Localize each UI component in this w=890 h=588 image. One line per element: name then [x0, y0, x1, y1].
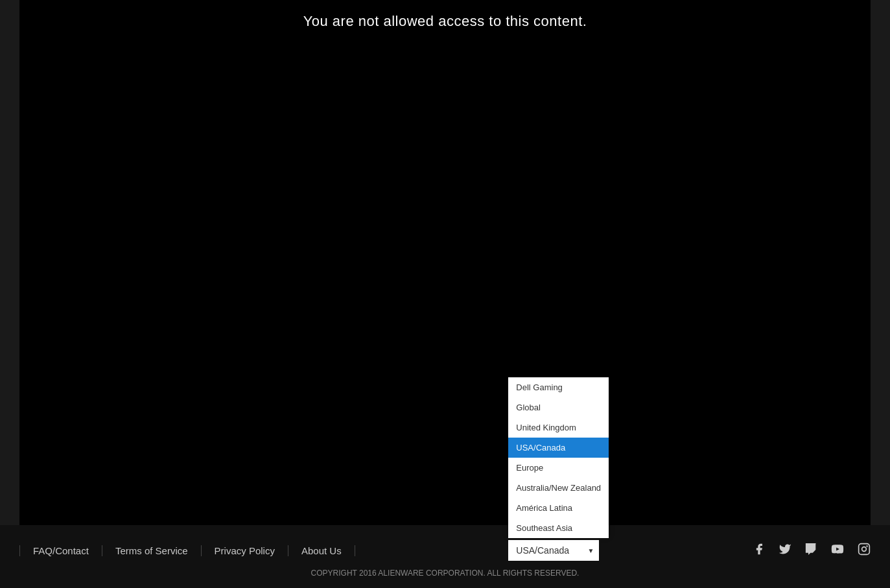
- region-option-southeast-asia[interactable]: Southeast Asia: [508, 518, 609, 538]
- region-dropdown-popup[interactable]: Dell Gaming Global United Kingdom USA/Ca…: [508, 377, 609, 538]
- footer: FAQ/Contact Terms of Service Privacy Pol…: [0, 525, 890, 588]
- facebook-icon[interactable]: [753, 543, 766, 559]
- svg-point-4: [862, 547, 867, 551]
- region-option-usa-canada[interactable]: USA/Canada: [508, 438, 609, 458]
- region-selector-container: Dell Gaming Global United Kingdom USA/Ca…: [508, 540, 599, 561]
- footer-nav: FAQ/Contact Terms of Service Privacy Pol…: [19, 545, 355, 556]
- footer-copyright: COPYRIGHT 2016 ALIENWARE CORPORATION. AL…: [0, 569, 890, 581]
- region-option-uk[interactable]: United Kingdom: [508, 417, 609, 438]
- access-denied-message: You are not allowed access to this conte…: [303, 13, 587, 30]
- footer-about-link[interactable]: About Us: [288, 545, 355, 556]
- twitter-icon[interactable]: [779, 543, 791, 559]
- region-option-america-latina[interactable]: América Latina: [508, 498, 609, 518]
- region-option-global[interactable]: Global: [508, 397, 609, 417]
- svg-point-5: [867, 546, 867, 547]
- svg-rect-3: [859, 543, 870, 554]
- footer-faq-link[interactable]: FAQ/Contact: [19, 545, 102, 556]
- footer-privacy-link[interactable]: Privacy Policy: [202, 545, 288, 556]
- region-select[interactable]: Europe Dell Gaming Global United Kingdom…: [508, 540, 599, 561]
- social-icons: [753, 543, 871, 559]
- twitch-icon[interactable]: [804, 543, 817, 559]
- region-option-dell-gaming[interactable]: Dell Gaming: [508, 377, 609, 397]
- footer-terms-link[interactable]: Terms of Service: [102, 545, 202, 556]
- instagram-icon[interactable]: [858, 543, 871, 559]
- youtube-icon[interactable]: [830, 543, 845, 559]
- region-option-europe[interactable]: Europe: [508, 458, 609, 478]
- region-option-aus-nz[interactable]: Australia/New Zealand: [508, 478, 609, 498]
